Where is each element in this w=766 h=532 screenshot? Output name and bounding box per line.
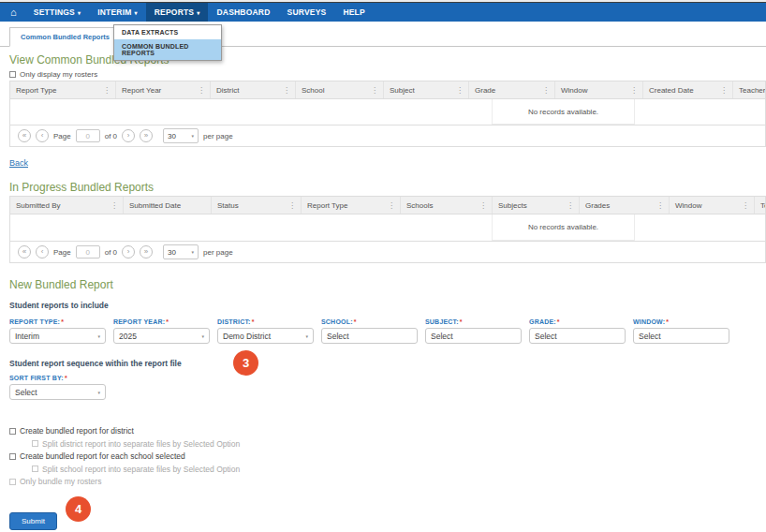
column-header-submitted-date[interactable]: Submitted Date — [123, 197, 211, 214]
column-menu-icon[interactable]: ⋮ — [198, 86, 205, 95]
column-header-school[interactable]: School⋮ — [295, 81, 383, 98]
nav-item-dashboard[interactable]: DASHBOARD — [208, 3, 278, 22]
nav-label: INTERIM — [97, 7, 131, 17]
column-menu-icon[interactable]: ⋮ — [479, 201, 487, 210]
option-school-report[interactable]: Create bundled report for each school se… — [9, 451, 766, 461]
grid-header-row: Report Type⋮ Report Year⋮ District⋮ Scho… — [10, 81, 766, 99]
column-menu-icon[interactable]: ⋮ — [283, 86, 290, 95]
column-header-status[interactable]: Status⋮ — [211, 197, 301, 214]
report-type-dropdown[interactable]: Interim ▾ — [9, 328, 106, 344]
pager-next-button[interactable]: › — [122, 129, 135, 142]
home-button[interactable]: ⌂ — [0, 3, 25, 22]
column-header-window[interactable]: Window⋮ — [554, 81, 642, 98]
only-my-rosters-filter[interactable]: Only display my rosters — [9, 69, 766, 79]
column-header-report-type[interactable]: Report Type⋮ — [10, 81, 115, 98]
column-header-created-date[interactable]: Created Date⋮ — [642, 81, 732, 98]
column-menu-icon[interactable]: ⋮ — [371, 86, 378, 95]
column-title: District — [216, 86, 239, 95]
field-grade: GRADE:* Select — [529, 318, 626, 344]
pager-page-input[interactable]: 0 — [76, 245, 100, 259]
option-label: Create bundled report for each school se… — [20, 451, 185, 461]
in-progress-title: In Progress Bundled Reports — [9, 182, 766, 194]
checkbox-icon[interactable] — [9, 71, 16, 78]
option-split-district[interactable]: Split district report into separate file… — [32, 439, 766, 449]
checkbox-icon[interactable] — [9, 428, 16, 435]
school-multiselect[interactable]: Select — [321, 328, 418, 344]
option-only-my-rosters[interactable]: Only bundle my rosters — [9, 477, 766, 486]
menu-item-common-bundled-reports[interactable]: COMMON BUNDLED REPORTS — [114, 39, 221, 60]
column-header-teacher[interactable]: Teacher — [732, 81, 766, 98]
column-header-submitted-by[interactable]: Submitted By⋮ — [10, 197, 123, 214]
pager-prev-button[interactable]: ‹ — [36, 129, 49, 142]
pager-last-button[interactable]: » — [140, 245, 153, 259]
sort-first-by-dropdown[interactable]: Select ▾ — [9, 384, 106, 400]
column-menu-icon[interactable]: ⋮ — [110, 201, 118, 210]
column-menu-icon[interactable]: ⋮ — [456, 86, 464, 95]
option-district-report[interactable]: Create bundled report for district — [9, 426, 766, 436]
subject-multiselect[interactable]: Select — [425, 328, 522, 344]
column-title: Schools — [406, 201, 433, 210]
column-menu-icon[interactable]: ⋮ — [742, 201, 749, 210]
column-title: Subjects — [498, 201, 527, 210]
checkbox-icon[interactable] — [32, 440, 38, 447]
column-menu-icon[interactable]: ⋮ — [720, 86, 728, 95]
back-link[interactable]: Back — [9, 158, 28, 168]
input-placeholder: Select — [639, 332, 661, 341]
pager-last-button[interactable]: » — [140, 129, 153, 142]
column-header-grades[interactable]: Grades⋮ — [579, 197, 669, 214]
column-menu-icon[interactable]: ⋮ — [103, 86, 110, 95]
new-report-title: New Bundled Report — [9, 279, 766, 291]
nav-item-interim[interactable]: INTERIM ▾ — [89, 3, 146, 22]
grade-multiselect[interactable]: Select — [529, 328, 626, 344]
no-records-message: No records available. — [492, 99, 635, 125]
submit-row: Submit — [9, 510, 766, 530]
required-mark: * — [460, 318, 463, 325]
column-title: Teachers — [760, 201, 766, 210]
dropdown-value: 2025 — [119, 332, 137, 341]
submit-button[interactable]: Submit — [9, 512, 57, 530]
required-mark: * — [354, 318, 357, 325]
column-header-subjects[interactable]: Subjects⋮ — [492, 197, 579, 214]
column-header-district[interactable]: District⋮ — [210, 81, 295, 98]
nav-item-help[interactable]: HELP — [334, 3, 373, 22]
column-menu-icon[interactable]: ⋮ — [630, 86, 638, 95]
nav-item-surveys[interactable]: SURVEYS — [279, 3, 335, 22]
nav-item-settings[interactable]: SETTINGS ▾ — [25, 3, 89, 22]
checkbox-icon[interactable] — [32, 466, 38, 472]
field-label: DISTRICT:* — [217, 318, 314, 325]
input-placeholder: Select — [327, 332, 349, 341]
pager-page-input[interactable]: 0 — [76, 129, 100, 142]
pager-size-select[interactable]: 30 ▾ — [163, 128, 199, 143]
field-label: REPORT TYPE:* — [9, 318, 106, 325]
pager-first-button[interactable]: « — [18, 245, 31, 259]
column-menu-icon[interactable]: ⋮ — [656, 201, 664, 210]
column-header-report-type[interactable]: Report Type⋮ — [301, 197, 400, 214]
column-menu-icon[interactable]: ⋮ — [288, 201, 296, 210]
field-report-type: REPORT TYPE:* Interim ▾ — [9, 318, 106, 344]
pager-size-select[interactable]: 30 ▾ — [163, 244, 199, 259]
nav-item-reports[interactable]: REPORTS ▾ — [146, 3, 209, 22]
column-menu-icon[interactable]: ⋮ — [567, 201, 574, 210]
checkbox-icon[interactable] — [9, 453, 16, 460]
window-multiselect[interactable]: Select — [633, 328, 729, 344]
report-year-dropdown[interactable]: 2025 ▾ — [113, 328, 210, 344]
pager-next-button[interactable]: › — [122, 245, 135, 259]
column-header-schools[interactable]: Schools⋮ — [400, 197, 492, 214]
column-header-subject[interactable]: Subject⋮ — [383, 81, 468, 98]
column-menu-icon[interactable]: ⋮ — [542, 86, 550, 95]
checkbox-icon[interactable] — [9, 479, 16, 485]
column-header-grade[interactable]: Grade⋮ — [468, 81, 554, 98]
pager-prev-button[interactable]: ‹ — [36, 245, 49, 259]
column-header-report-year[interactable]: Report Year⋮ — [115, 81, 210, 98]
tab-common-bundled-reports[interactable]: Common Bundled Reports — [9, 27, 121, 47]
district-dropdown[interactable]: Demo District ▾ — [217, 328, 314, 344]
pager-first-button[interactable]: « — [18, 129, 31, 142]
column-header-teachers[interactable]: Teachers — [754, 197, 766, 214]
column-header-window[interactable]: Window⋮ — [669, 197, 754, 214]
pager: « ‹ Page 0 of 0 › » 30 ▾ per page — [10, 125, 765, 146]
field-label: REPORT YEAR:* — [113, 318, 210, 325]
menu-item-data-extracts[interactable]: DATA EXTRACTS — [114, 25, 221, 39]
column-title: Grade — [475, 86, 495, 95]
column-menu-icon[interactable]: ⋮ — [388, 201, 395, 210]
option-split-school[interactable]: Split school report into separate files … — [32, 465, 766, 474]
